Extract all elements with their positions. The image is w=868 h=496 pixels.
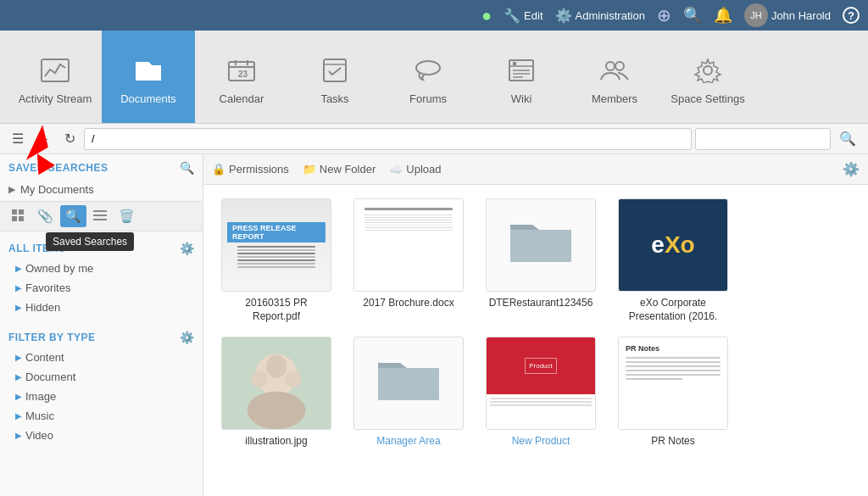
file-thumbnail-manager-area: [353, 337, 464, 430]
chevron-icon: ▶: [15, 411, 22, 421]
sidebar-item-music[interactable]: ▶ Music: [0, 406, 203, 426]
search-button[interactable]: 🔍: [683, 6, 702, 25]
help-icon: ?: [843, 7, 860, 24]
tool-clip-btn[interactable]: 📎: [32, 205, 58, 227]
sidebar: SAVED SEARCHES 🔍 ▶ My Documents 📎 🔍 🗑️ S…: [0, 154, 203, 496]
filter-by-type-header: FILTER BY TYPE ⚙️: [0, 324, 203, 348]
tab-space-settings[interactable]: Space Settings: [661, 31, 754, 123]
chevron-icon: ▶: [15, 353, 22, 362]
file-thumbnail-new-product: Product: [486, 337, 596, 430]
all-items-gear-icon[interactable]: ⚙️: [180, 242, 195, 255]
svg-rect-18: [12, 209, 17, 215]
file-item-pr-notes[interactable]: PR Notes PR Notes: [614, 337, 732, 449]
svg-point-17: [704, 66, 712, 75]
svg-rect-0: [42, 59, 69, 81]
wiki-icon: [506, 58, 537, 87]
tool-trash-btn[interactable]: 🗑️: [114, 205, 140, 227]
new-folder-button[interactable]: 📁 New Folder: [303, 163, 376, 176]
lock-icon: 🔒: [212, 163, 225, 176]
red-arrow-indicator: [10, 125, 61, 176]
sidebar-item-favorites[interactable]: ▶ Favorites: [0, 278, 203, 298]
svg-rect-6: [324, 59, 346, 81]
svg-rect-20: [12, 216, 17, 221]
folder-icon: [375, 348, 442, 419]
filter-gear-icon[interactable]: ⚙️: [180, 331, 195, 344]
svg-rect-19: [19, 209, 24, 215]
tool-search-btn[interactable]: 🔍: [60, 205, 86, 227]
path-input[interactable]: [84, 128, 692, 150]
svg-point-30: [285, 371, 302, 387]
file-item-manager-area[interactable]: Manager Area: [349, 337, 468, 449]
file-toolbar: ☰ ← ↻ 🔍: [0, 124, 868, 154]
plus-circle-icon: ⊕: [657, 5, 671, 25]
file-thumbnail-pr-notes: PR Notes: [618, 337, 728, 430]
file-item-exo[interactable]: eXo eXo Corporate Presentation (2016.: [614, 198, 732, 323]
sidebar-item-hidden[interactable]: ▶ Hidden: [0, 298, 203, 317]
tab-documents[interactable]: Documents: [102, 31, 195, 123]
sidebar-item-document[interactable]: ▶ Document: [0, 367, 203, 387]
file-item-docx[interactable]: 2017 Brochure.docx: [349, 198, 468, 323]
notifications-button[interactable]: 🔔: [714, 6, 732, 25]
user-menu[interactable]: JH John Harold: [744, 3, 831, 27]
svg-point-29: [251, 371, 268, 387]
svg-point-15: [606, 62, 615, 70]
file-grid: PRESS RELEASE REPORT 20160315 PR Report.…: [203, 185, 868, 462]
chevron-icon: ▶: [15, 372, 22, 382]
sidebar-item-content[interactable]: ▶ Content: [0, 348, 203, 367]
tab-forums[interactable]: Forums: [381, 31, 475, 123]
upload-button[interactable]: ☁️ Upload: [389, 163, 441, 176]
file-item-new-product[interactable]: Product New Product: [481, 337, 600, 449]
svg-rect-28: [248, 392, 306, 429]
space-settings-icon: [693, 58, 723, 87]
tab-activity-stream[interactable]: Activity Stream: [8, 31, 102, 123]
sidebar-item-video[interactable]: ▶ Video: [0, 426, 203, 445]
sidebar-item-owned-by-me[interactable]: ▶ Owned by me: [0, 259, 203, 278]
tabs-bar: Activity Stream Documents 23 Calendar: [0, 31, 868, 124]
new-folder-icon: 📁: [303, 163, 316, 176]
tab-wiki[interactable]: Wiki: [475, 31, 568, 123]
file-item-folder1[interactable]: DTERestaurant123456: [481, 198, 600, 323]
file-thumbnail-docx: [353, 198, 464, 292]
file-thumbnail-photo: [221, 337, 331, 430]
gear-icon: ⚙️: [555, 8, 572, 24]
file-thumbnail-folder1: [486, 198, 596, 292]
administration-button[interactable]: ⚙️ Administration: [555, 8, 645, 24]
file-item-photo[interactable]: illustration.jpg: [217, 337, 336, 449]
svg-point-27: [266, 355, 287, 379]
tasks-icon: [320, 58, 350, 87]
content-settings-gear-icon[interactable]: ⚙️: [843, 161, 860, 177]
svg-point-16: [615, 62, 624, 70]
tab-calendar[interactable]: 23 Calendar: [195, 31, 288, 123]
my-documents-item[interactable]: ▶ My Documents: [0, 178, 203, 201]
content-area: 🔒 Permissions 📁 New Folder ☁️ Upload ⚙️ …: [203, 154, 868, 496]
upload-icon: ☁️: [389, 163, 403, 176]
svg-rect-21: [19, 216, 24, 221]
refresh-button[interactable]: ↻: [59, 127, 81, 150]
chevron-icon: ▶: [15, 303, 22, 312]
tool-grid-btn[interactable]: [7, 206, 31, 227]
svg-marker-31: [15, 125, 61, 176]
tool-list-btn[interactable]: [88, 206, 112, 227]
search-button[interactable]: 🔍: [834, 127, 861, 150]
file-item-pdf[interactable]: PRESS RELEASE REPORT 20160315 PR Report.…: [217, 198, 336, 323]
chevron-icon: ▶: [15, 392, 22, 401]
add-button[interactable]: ⊕: [657, 5, 671, 25]
calendar-icon: 23: [226, 58, 257, 87]
activity-stream-icon: [40, 58, 70, 87]
members-icon: [599, 58, 630, 87]
help-button[interactable]: ?: [843, 7, 860, 24]
tab-members[interactable]: Members: [568, 31, 661, 123]
permissions-button[interactable]: 🔒 Permissions: [212, 163, 289, 176]
edit-button[interactable]: 🔧 Edit: [504, 8, 542, 24]
folder-icon: [507, 209, 575, 281]
search-icon: 🔍: [683, 6, 702, 25]
saved-searches-tooltip: Saved Searches: [46, 232, 134, 251]
saved-searches-gear-icon[interactable]: 🔍: [180, 161, 195, 175]
wrench-icon: 🔧: [504, 8, 520, 24]
search-input[interactable]: [695, 128, 831, 150]
bell-icon: 🔔: [714, 6, 732, 25]
sidebar-item-image[interactable]: ▶ Image: [0, 387, 203, 406]
top-navigation: ● 🔧 Edit ⚙️ Administration ⊕ 🔍 🔔 JH John…: [0, 0, 868, 31]
tab-tasks[interactable]: Tasks: [288, 31, 381, 123]
file-thumbnail-pdf: PRESS RELEASE REPORT: [221, 198, 331, 292]
